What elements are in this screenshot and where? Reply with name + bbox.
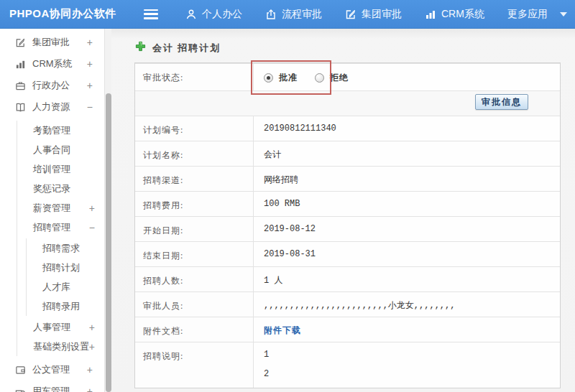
top-bar: PHPOA协同办公软件 个人办公 流程审批 — [0, 0, 575, 29]
sidebar-scrollbar-thumb[interactable] — [106, 93, 111, 392]
sidebar-scrollbar-track[interactable] — [104, 29, 111, 392]
row-end-date: 结束日期: 2019-08-31 — [135, 241, 560, 266]
row-recruit-cost: 招聘费用: 100 RMB — [135, 191, 560, 216]
sidebar-item-recruit-mgmt[interactable]: 招聘管理 − — [17, 218, 104, 237]
sidebar: 集团审批 + CRM系统 + 行政办公 + 人力资源 − 考勤管理 人事合同 — [0, 29, 104, 392]
field-label: 招聘费用: — [135, 192, 254, 216]
expand-toggle[interactable]: + — [87, 386, 93, 392]
row-recruit-note: 招聘说明: 1 2 — [135, 342, 560, 388]
field-value: 2019-08-12 — [254, 217, 560, 241]
expand-toggle[interactable]: + — [89, 202, 95, 214]
bar-chart-icon — [425, 9, 436, 20]
row-approve-action: 审批信息 — [135, 90, 560, 116]
sidebar-item-hr-contract[interactable]: 人事合同 — [17, 140, 104, 159]
note-line: 1 — [264, 350, 560, 360]
bar-chart-icon — [14, 58, 26, 70]
book-icon — [14, 101, 26, 113]
briefcase-icon — [14, 80, 26, 91]
field-label: 审批人员: — [135, 292, 254, 317]
radio-approve[interactable] — [264, 73, 273, 83]
row-attachment-doc: 附件文档: 附件下载 — [135, 317, 560, 342]
sidebar-item-personnel-mgmt[interactable]: 人事管理 + — [17, 317, 104, 337]
collapse-toggle[interactable]: − — [89, 222, 95, 233]
nav-process-approval[interactable]: 流程审批 — [265, 8, 322, 21]
expand-toggle[interactable]: + — [89, 322, 95, 333]
nav-label: 更多应用 — [507, 8, 548, 21]
field-label: 审批状态: — [135, 64, 254, 90]
nav-label: 个人办公 — [202, 8, 242, 21]
row-recruit-headcount: 招聘人数: 1 人 — [135, 266, 560, 291]
sidebar-item-training-mgmt[interactable]: 培训管理 — [17, 159, 104, 179]
field-label: 附件文档: — [135, 317, 254, 342]
expand-toggle[interactable]: + — [87, 364, 93, 375]
expand-toggle[interactable]: + — [87, 58, 93, 70]
field-value: ,,,,,,,,,,,,,,,,,,,,,,,,小龙女,,,,,,,, — [254, 292, 560, 317]
document-icon — [14, 364, 26, 375]
field-value: 1 人 — [254, 267, 560, 291]
submenu-human-resources: 考勤管理 人事合同 培训管理 奖惩记录 薪资管理 + 招聘管理 − 招聘需求 招… — [17, 121, 104, 356]
sidebar-item-crm-system[interactable]: CRM系统 + — [0, 53, 104, 75]
field-label: 招聘说明: — [135, 342, 254, 388]
field-label: 开始日期: — [135, 217, 254, 241]
sidebar-item-reward-punish-records[interactable]: 奖惩记录 — [17, 179, 104, 198]
attachment-download-link[interactable]: 附件下载 — [264, 325, 301, 335]
sidebar-item-vehicle-mgmt[interactable]: 用车管理 + — [0, 381, 104, 392]
approval-status-radios: 批准 拒绝 — [264, 71, 560, 84]
sidebar-item-human-resources[interactable]: 人力资源 − — [0, 96, 104, 118]
nav-more-apps[interactable]: 更多应用 — [507, 8, 567, 21]
sidebar-item-admin-office[interactable]: 行政办公 + — [0, 75, 104, 96]
row-recruit-channel: 招聘渠道: 网络招聘 — [135, 166, 560, 191]
row-approvers: 审批人员: ,,,,,,,,,,,,,,,,,,,,,,,,小龙女,,,,,,,… — [135, 291, 560, 317]
approve-info-button[interactable]: 审批信息 — [475, 94, 528, 110]
field-label: 计划编号: — [135, 116, 254, 141]
field-value: 100 RMB — [254, 192, 560, 216]
hamburger-menu-icon[interactable] — [144, 9, 158, 19]
row-plan-name: 计划名称: 会计 — [135, 141, 560, 166]
field-label: 结束日期: — [135, 242, 254, 266]
radio-reject[interactable] — [315, 73, 324, 83]
field-value: 会计 — [254, 141, 560, 166]
top-navigation: 个人办公 流程审批 集团审批 CRM系统 — [185, 8, 567, 21]
page-title: 会计 招聘计划 — [135, 41, 575, 55]
sidebar-item-recruit-hiring[interactable]: 招聘录用 — [27, 297, 104, 316]
process-export-icon — [265, 9, 277, 20]
sidebar-item-attendance-mgmt[interactable]: 考勤管理 — [17, 121, 104, 140]
nav-label: 集团审批 — [362, 8, 402, 21]
expand-toggle[interactable]: + — [87, 80, 93, 91]
field-label: 计划名称: — [135, 141, 254, 166]
main-content: 会计 招聘计划 审批状态: 批准 拒绝 审批信息 计划编号: 2019 — [111, 29, 575, 392]
sidebar-item-recruit-plan[interactable]: 招聘计划 — [27, 258, 104, 277]
radio-reject-label[interactable]: 拒绝 — [330, 72, 349, 84]
nav-group-approval[interactable]: 集团审批 — [345, 8, 402, 21]
field-label: 招聘人数: — [135, 267, 254, 291]
field-value: 2019-08-31 — [254, 242, 560, 266]
field-label: 招聘渠道: — [135, 167, 254, 191]
sidebar-item-recruit-demand[interactable]: 招聘需求 — [27, 238, 104, 258]
nav-personal-office[interactable]: 个人办公 — [185, 8, 242, 21]
sidebar-item-group-approval[interactable]: 集团审批 + — [0, 32, 104, 53]
green-plus-icon — [135, 41, 146, 55]
expand-toggle[interactable]: + — [89, 341, 95, 353]
edit-square-icon — [14, 37, 26, 48]
sidebar-item-document-mgmt[interactable]: 公文管理 + — [0, 359, 104, 381]
sidebar-item-talent-pool[interactable]: 人才库 — [27, 277, 104, 297]
radio-approve-label[interactable]: 批准 — [279, 72, 298, 84]
sidebar-item-base-category-settings[interactable]: 基础类别设置 + — [17, 337, 104, 356]
app-title: PHPOA协同办公软件 — [0, 7, 135, 21]
caret-down-icon — [560, 12, 567, 17]
expand-toggle[interactable]: + — [87, 37, 93, 48]
row-approval-status: 审批状态: 批准 拒绝 — [135, 63, 560, 90]
nav-label: 流程审批 — [282, 8, 322, 21]
nav-label: CRM系统 — [441, 8, 484, 21]
collapse-toggle[interactable]: − — [87, 101, 93, 113]
nav-crm-system[interactable]: CRM系统 — [425, 8, 484, 21]
sidebar-item-salary-mgmt[interactable]: 薪资管理 + — [17, 198, 104, 218]
field-value: 网络招聘 — [254, 167, 560, 191]
note-line: 2 — [264, 369, 560, 379]
user-icon — [185, 9, 197, 20]
page-title-text: 会计 招聘计划 — [152, 42, 221, 55]
recruit-plan-detail-table: 审批状态: 批准 拒绝 审批信息 计划编号: 20190812111340 计划… — [134, 62, 561, 388]
field-value: 20190812111340 — [254, 116, 560, 141]
row-plan-number: 计划编号: 20190812111340 — [135, 116, 560, 141]
row-start-date: 开始日期: 2019-08-12 — [135, 216, 560, 241]
